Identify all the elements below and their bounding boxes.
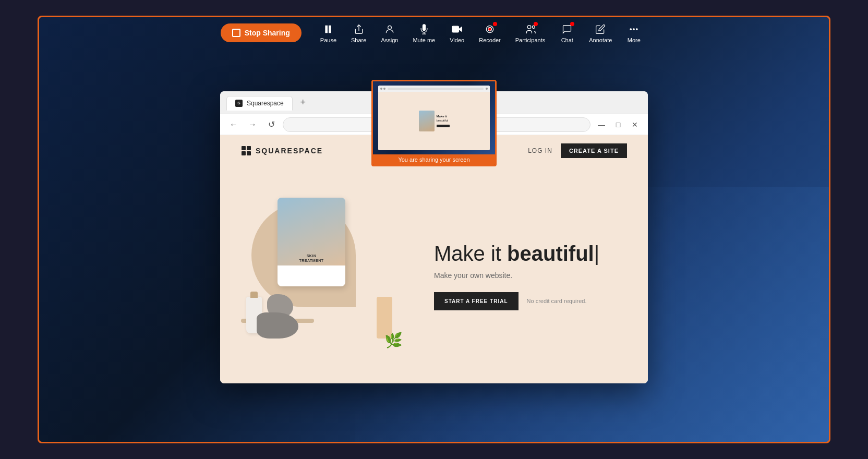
stop-sharing-button[interactable]: Stop Sharing [221, 23, 302, 42]
squarespace-logo-icon [241, 146, 251, 156]
header-nav-right: LOG IN CREATE A SITE [528, 143, 627, 158]
hero-illustration: SKIN TREATMENT 🌿 [236, 187, 413, 365]
toolbar-item-annotate[interactable]: Annotate [583, 20, 618, 46]
svg-point-3 [388, 26, 392, 29]
cta-row: START A FREE TRIAL No credit card requir… [434, 292, 627, 310]
toolbar-items-group: Pause Share Assign Mute [314, 20, 648, 46]
meeting-toolbar: Stop Sharing Pause Share [39, 17, 829, 49]
svg-point-9 [488, 27, 492, 31]
window-controls: — □ ✕ [595, 118, 642, 131]
refresh-button[interactable]: ↺ [264, 117, 279, 132]
mute-label: Mute me [413, 37, 435, 43]
svg-rect-0 [326, 26, 327, 32]
main-frame: Stop Sharing Pause Share [38, 16, 830, 443]
pause-icon [322, 23, 334, 35]
maximize-button[interactable]: □ [611, 118, 625, 131]
svg-rect-17 [242, 151, 246, 155]
browser-tab[interactable]: S Squarespace [226, 96, 293, 111]
toolbar-item-mute[interactable]: Mute me [406, 20, 441, 46]
participants-red-dot [534, 22, 538, 26]
create-site-button[interactable]: CREATE A SITE [561, 143, 627, 158]
forward-button[interactable]: → [245, 117, 260, 132]
screen-share-preview: Make itbeautiful You are sharing your sc… [371, 80, 497, 166]
assign-icon [383, 23, 396, 35]
annotate-label: Annotate [589, 37, 612, 43]
more-icon [628, 23, 640, 35]
preview-mini-headline: Make itbeautiful [437, 115, 449, 122]
record-icon [484, 23, 496, 35]
preview-window-frame: Make itbeautiful You are sharing your sc… [371, 80, 497, 166]
back-button[interactable]: ← [226, 117, 241, 132]
recorder-label: Recoder [479, 37, 501, 43]
hero-headline: Make it beautiful| [434, 242, 627, 265]
toolbar-item-pause[interactable]: Pause [314, 20, 343, 46]
illustration-stone2 [257, 312, 298, 339]
svg-point-10 [527, 25, 531, 29]
preview-dot3 [486, 88, 488, 90]
illustration-plant: 🌿 [384, 332, 403, 349]
stop-sharing-label: Stop Sharing [245, 29, 290, 37]
login-link[interactable]: LOG IN [528, 147, 552, 154]
squarespace-logo-text: SQUARESPACE [256, 147, 323, 155]
svg-rect-18 [247, 151, 251, 155]
tab-favicon: S [235, 100, 243, 107]
preview-mini-text-area: Make itbeautiful [437, 115, 450, 127]
svg-rect-16 [247, 146, 251, 150]
preview-url-bar [388, 88, 484, 90]
free-trial-button[interactable]: START A FREE TRIAL [434, 292, 519, 310]
svg-point-12 [630, 28, 632, 30]
illustration-tablet: SKIN TREATMENT [278, 198, 345, 286]
svg-rect-7 [452, 26, 459, 32]
preview-mini-image [419, 111, 435, 131]
chat-icon [561, 23, 573, 35]
toolbar-item-chat[interactable]: Chat [553, 20, 581, 46]
more-label: More [628, 37, 641, 43]
hero-copy: Make it beautiful| Make your own website… [413, 242, 627, 310]
toolbar-item-assign[interactable]: Assign [375, 20, 404, 46]
svg-rect-15 [242, 146, 246, 150]
headline-bold: beautiful [507, 242, 594, 265]
preview-dot1 [380, 88, 382, 90]
svg-point-13 [633, 28, 635, 30]
mute-icon [418, 23, 430, 35]
annotate-icon [594, 23, 607, 35]
svg-point-11 [532, 26, 535, 28]
skin-treatment-label: SKIN TREATMENT [299, 254, 323, 262]
hero-subheadline: Make your own website. [434, 271, 627, 280]
cta-note: No credit card required. [527, 298, 587, 304]
participants-label: Participants [515, 37, 545, 43]
tab-logo-text: S [237, 101, 240, 105]
close-button[interactable]: ✕ [628, 118, 642, 131]
main-content-area: S Squarespace + ← → ↺ — □ ✕ [39, 49, 829, 442]
website-content: SQUARESPACE SEARCH LOG IN CREATE A SITE [220, 135, 648, 383]
video-icon [451, 23, 463, 35]
tab-title: Squarespace [247, 100, 284, 107]
toolbar-item-share[interactable]: Share [345, 20, 372, 46]
assign-label: Assign [381, 37, 398, 43]
preview-content-area: Make itbeautiful [373, 81, 495, 154]
preview-mini-chrome [378, 86, 490, 92]
participants-icon [524, 23, 537, 35]
toolbar-item-participants[interactable]: Participants [509, 20, 551, 46]
recorder-red-dot [493, 22, 497, 26]
preview-mini-cta [437, 125, 450, 127]
share-label: Share [351, 37, 366, 43]
svg-point-14 [636, 28, 638, 30]
stop-sharing-icon [232, 29, 240, 37]
headline-regular: Make it [434, 242, 507, 265]
preview-mini-browser: Make itbeautiful [378, 86, 490, 150]
chat-label: Chat [561, 37, 573, 43]
headline-cursor: | [594, 242, 599, 265]
share-icon [353, 23, 365, 35]
preview-dot2 [383, 88, 385, 90]
toolbar-item-more[interactable]: More [620, 20, 647, 46]
new-tab-button[interactable]: + [297, 96, 309, 109]
toolbar-item-recorder[interactable]: Recoder [473, 20, 507, 46]
minimize-button[interactable]: — [595, 118, 608, 131]
hero-section: SKIN TREATMENT 🌿 [220, 166, 648, 383]
preview-mini-content: Make itbeautiful [378, 92, 490, 150]
toolbar-item-video[interactable]: Video [443, 20, 471, 46]
chat-red-dot [570, 22, 574, 26]
svg-marker-6 [459, 27, 462, 31]
sharing-label: You are sharing your screen [373, 154, 495, 165]
